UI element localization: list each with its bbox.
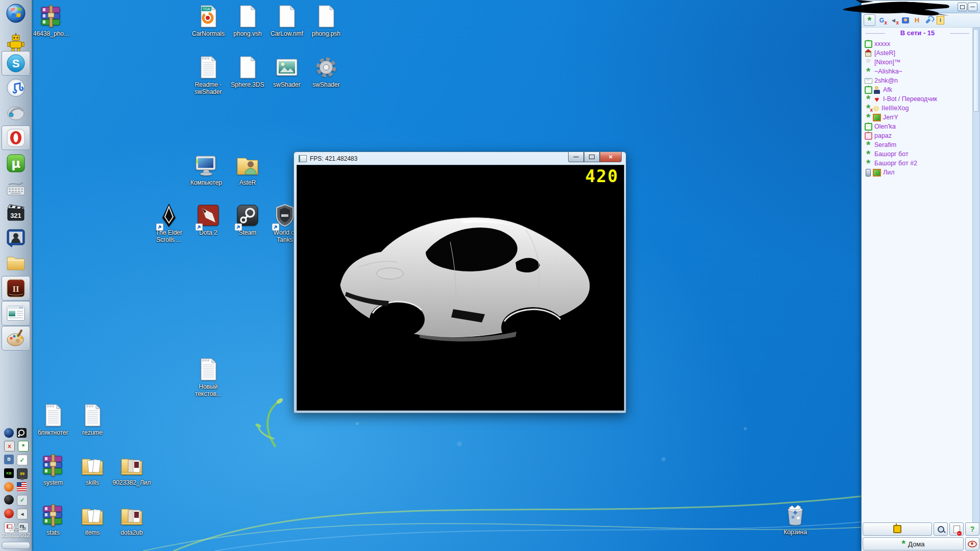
comodo-icon[interactable] [4,482,14,492]
taskbar-item-mpc[interactable] [6,202,26,222]
online-flower-icon: * [864,159,872,167]
desktop-icon-new-text-document[interactable]: Новый текстов... [189,357,228,397]
black-ball-icon[interactable] [4,495,14,505]
contact-row[interactable]: *Serafim [862,140,973,149]
imp-agent-icon[interactable] [4,509,14,518]
desktop-icon-computer[interactable]: Компьютер [187,153,226,186]
winrar-archive-icon [41,503,65,528]
taskbar-grip[interactable] [2,542,30,549]
volume-speaker-icon[interactable]: ◄ [17,509,28,519]
speaker-muted-button[interactable]: ◄ [888,15,899,26]
taskbar-item-qip[interactable] [6,33,26,53]
contact-row[interactable]: papaz [862,131,973,140]
desktop-icon-9023382-lil[interactable]: 9023382_Лил [112,453,151,486]
home-status-button[interactable]: *Дома [863,537,964,550]
self-status-button[interactable] [863,522,932,536]
taskbar-item-itunes[interactable] [6,78,26,98]
info-button[interactable]: i [935,15,946,26]
search-contact-button[interactable] [934,522,948,536]
taskbar-item-opera[interactable] [2,126,30,150]
desktop-icon-skills[interactable]: skills [73,453,112,486]
us-flag-layout-icon[interactable] [17,482,27,492]
desktop-icon-46438-pho[interactable]: 46438_pho... [32,4,70,37]
punto-keyboard-icon[interactable]: KB [4,468,14,478]
help-button[interactable]: ? [965,522,979,536]
maximize-button[interactable] [584,152,600,162]
contact-row[interactable]: *Башорг бот [862,149,973,159]
desktop-icon-sphere-3ds[interactable]: Sphere.3DS [228,55,267,88]
file-icon [235,4,260,29]
usb-safe-remove-icon[interactable]: ✓ [17,495,28,506]
restore-button[interactable] [958,3,967,11]
contact-row[interactable]: *☺IIeIIIeXog [862,104,973,113]
contact-row[interactable]: [AsteR] [862,48,973,58]
contact-card-button[interactable] [900,15,911,26]
contact-row[interactable]: Лил [862,168,973,177]
desktop-icon-dota2ub[interactable]: dota2ub [112,503,151,536]
desktop-icon-readme-swshader[interactable]: Readme - swShader [189,55,228,95]
icq-home-status-icon[interactable]: * [18,441,29,452]
settings-button[interactable] [923,15,934,26]
taskbar-item-lineage2[interactable] [2,276,30,300]
taskbar-item-swshader[interactable] [2,301,30,325]
taskbar-item-folder[interactable] [6,252,26,272]
minimize-button[interactable]: — [568,152,584,162]
taskbar-item-videochat[interactable] [6,228,26,248]
render-viewport: 420 [297,165,624,411]
status-flower-button[interactable]: * [864,14,875,26]
close-button[interactable]: ✕ [600,152,622,162]
sound-disabled-button[interactable]: G [876,15,887,26]
antivirus-check-icon[interactable]: ✓ [17,455,28,465]
desktop-icon-recycle-bin[interactable]: Корзина [776,503,815,536]
taskbar-item-keyboard[interactable] [6,179,26,199]
contact-row[interactable]: *Башорг бот #2 [862,159,973,168]
taskbar-item-skype[interactable] [2,51,30,76]
history-button[interactable]: H [912,15,922,26]
desktop-icon-skyrim[interactable]: The Elder Scrolls ... [150,203,188,243]
taskbar-clock[interactable]: 19:54 21.01.2012 [0,524,32,539]
tv-icon [873,169,881,177]
desktop-icon-dota2[interactable]: Dota 2 [189,203,228,236]
vkontakte-icon[interactable]: B [4,455,14,464]
desktop-icon-aster-folder[interactable]: AsteR [228,153,267,186]
taskbar-item-utorrent[interactable] [6,153,26,173]
desktop-icon-swshader-image[interactable]: swShader [267,55,306,88]
desktop-icon-carnormals[interactable]: CarNormals [189,4,228,37]
monitor-sensor-icon[interactable]: 99 [17,468,28,479]
desktop-icon-stats[interactable]: stats [34,503,72,536]
file-icon [314,4,338,29]
info-icon: i [937,16,944,24]
desktop-icon-steam[interactable]: Steam [228,203,267,236]
contact-row[interactable]: *♥I-Bot / Переводчик [862,94,973,104]
contact-row[interactable]: xxxxx [862,39,973,48]
contact-row[interactable]: Afk [862,85,973,94]
desktop-icon-swshader-app[interactable]: swShader [307,55,346,88]
phone-blocked-icon[interactable]: x [4,441,15,452]
contact-row[interactable]: *~Alishka~ [862,67,973,76]
desktop-icon-carlow-nmf[interactable]: CarLow.nmf [267,4,306,37]
qip-title-bar[interactable]: — [862,1,980,13]
desktop-icon-rezume[interactable]: rezume [73,403,112,436]
steam-tray-icon[interactable] [17,428,27,438]
fps-render-window: FPS: 421.482483 — ✕ 420 [293,152,626,413]
contact-list-scrollbar[interactable] [972,28,980,523]
desktop-icon-phong-vsh[interactable]: phong.vsh [228,4,267,37]
remove-contact-button[interactable] [949,522,964,536]
online-group-header[interactable]: В сети - 15 [862,29,973,37]
desktop-icon-system[interactable]: system [34,453,72,486]
teamspeak-icon [6,102,26,122]
scrollbar-thumb[interactable] [973,29,979,112]
taskbar-item-paint[interactable] [2,326,30,350]
status-ball-icon[interactable] [4,428,14,438]
contact-row[interactable]: 2shk@n [862,76,973,85]
desktop-icon-blyaknoteg[interactable]: бляктнотег [34,403,72,436]
desktop-icon-phong-psh[interactable]: phong.psh [307,4,346,37]
taskbar-item-teamspeak[interactable] [6,102,26,122]
contact-row[interactable]: Olen'ka [862,122,973,131]
desktop-icon-items[interactable]: items [73,503,112,536]
contact-row[interactable]: *[Nixon]™ [862,58,973,67]
minimize-button[interactable]: — [968,3,977,11]
visibility-eye-button[interactable] [965,537,979,550]
contact-row[interactable]: *JerrY [862,113,973,122]
start-button[interactable] [6,3,26,23]
